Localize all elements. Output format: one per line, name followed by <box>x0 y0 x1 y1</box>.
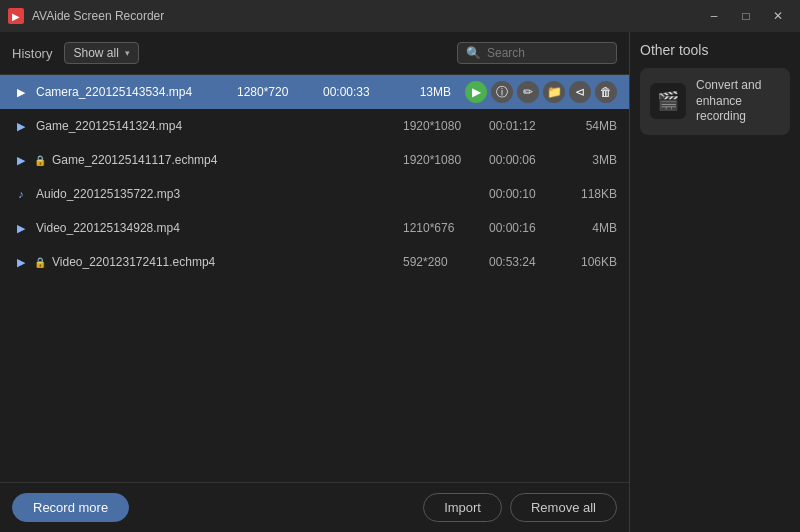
edit-button[interactable]: ✏ <box>517 81 539 103</box>
tool-card[interactable]: 🎬Convert and enhance recording <box>640 68 790 135</box>
file-actions: ▶ⓘ✏📁⊲🗑 <box>465 81 617 103</box>
file-resolution: 1920*1080 <box>403 119 483 133</box>
table-row[interactable]: ▶🔒Video_220123172411.echmp4592*28000:53:… <box>0 245 629 279</box>
file-resolution: 592*280 <box>403 255 483 269</box>
info-button[interactable]: ⓘ <box>491 81 513 103</box>
tool-card-label: Convert and enhance recording <box>696 78 780 125</box>
close-button[interactable]: ✕ <box>764 6 792 26</box>
remove-all-button[interactable]: Remove all <box>510 493 617 522</box>
file-duration: 00:00:16 <box>489 221 561 235</box>
show-all-label: Show all <box>73 46 118 60</box>
table-row[interactable]: ▶Camera_220125143534.mp41280*72000:00:33… <box>0 75 629 109</box>
search-icon: 🔍 <box>466 46 481 60</box>
main-layout: History Show all ▾ 🔍 ▶Camera_22012514353… <box>0 32 800 532</box>
maximize-button[interactable]: □ <box>732 6 760 26</box>
file-name: Video_220125134928.mp4 <box>36 221 397 235</box>
delete-button[interactable]: 🗑 <box>595 81 617 103</box>
title-bar-left: ▶ AVAide Screen Recorder <box>8 8 164 24</box>
lock-icon: 🔒 <box>34 257 46 268</box>
lock-icon: 🔒 <box>34 155 46 166</box>
title-text: AVAide Screen Recorder <box>32 9 164 23</box>
search-container: 🔍 <box>457 42 617 64</box>
right-panel: Other tools 🎬Convert and enhance recordi… <box>630 32 800 532</box>
file-size: 4MB <box>567 221 617 235</box>
video-icon: ▶ <box>12 151 30 169</box>
video-icon: ▶ <box>12 219 30 237</box>
table-row[interactable]: ▶🔒Game_220125141117.echmp41920*108000:00… <box>0 143 629 177</box>
audio-icon: ♪ <box>12 185 30 203</box>
file-resolution: 1280*720 <box>237 85 317 99</box>
convert-enhance-icon: 🎬 <box>650 83 686 119</box>
record-more-button[interactable]: Record more <box>12 493 129 522</box>
app-icon: ▶ <box>8 8 24 24</box>
file-duration: 00:00:33 <box>323 85 395 99</box>
video-icon: ▶ <box>12 253 30 271</box>
file-duration: 00:01:12 <box>489 119 561 133</box>
file-size: 118KB <box>567 187 617 201</box>
table-row[interactable]: ♪Auido_220125135722.mp300:00:10118KB <box>0 177 629 211</box>
video-icon: ▶ <box>12 117 30 135</box>
left-panel: History Show all ▾ 🔍 ▶Camera_22012514353… <box>0 32 630 532</box>
history-label: History <box>12 46 52 61</box>
play-button[interactable]: ▶ <box>465 81 487 103</box>
file-resolution: 1210*676 <box>403 221 483 235</box>
file-resolution: 1920*1080 <box>403 153 483 167</box>
bottom-bar: Record more Import Remove all <box>0 482 629 532</box>
import-button[interactable]: Import <box>423 493 502 522</box>
file-duration: 00:00:06 <box>489 153 561 167</box>
file-duration: 00:53:24 <box>489 255 561 269</box>
other-tools-title: Other tools <box>640 42 790 58</box>
file-size: 13MB <box>401 85 451 99</box>
title-bar: ▶ AVAide Screen Recorder – □ ✕ <box>0 0 800 32</box>
folder-button[interactable]: 📁 <box>543 81 565 103</box>
file-name: Video_220123172411.echmp4 <box>52 255 397 269</box>
file-name: Auido_220125135722.mp3 <box>36 187 397 201</box>
file-name: Game_220125141324.mp4 <box>36 119 397 133</box>
table-row[interactable]: ▶Game_220125141324.mp41920*108000:01:125… <box>0 109 629 143</box>
toolbar: History Show all ▾ 🔍 <box>0 32 629 75</box>
video-icon: ▶ <box>12 83 30 101</box>
file-duration: 00:00:10 <box>489 187 561 201</box>
file-size: 3MB <box>567 153 617 167</box>
file-name: Camera_220125143534.mp4 <box>36 85 231 99</box>
file-list: ▶Camera_220125143534.mp41280*72000:00:33… <box>0 75 629 482</box>
search-input[interactable] <box>487 46 608 60</box>
file-size: 106KB <box>567 255 617 269</box>
table-row[interactable]: ▶Video_220125134928.mp41210*67600:00:164… <box>0 211 629 245</box>
share-button[interactable]: ⊲ <box>569 81 591 103</box>
minimize-button[interactable]: – <box>700 6 728 26</box>
file-size: 54MB <box>567 119 617 133</box>
show-all-dropdown[interactable]: Show all ▾ <box>64 42 138 64</box>
tools-container: 🎬Convert and enhance recording <box>640 68 790 143</box>
title-controls: – □ ✕ <box>700 6 792 26</box>
chevron-down-icon: ▾ <box>125 48 130 58</box>
file-name: Game_220125141117.echmp4 <box>52 153 397 167</box>
